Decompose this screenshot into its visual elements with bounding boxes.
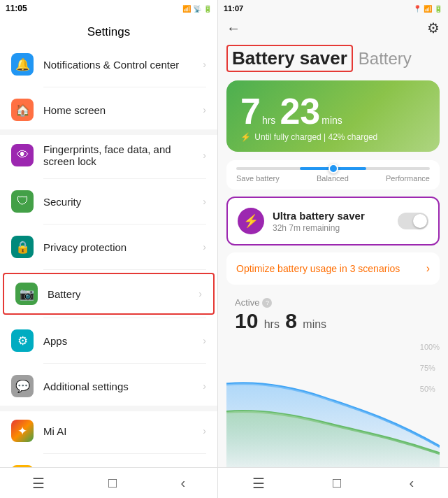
battery-icon: 📷 bbox=[15, 283, 38, 305]
fingerprints-icon: 👁 bbox=[11, 144, 34, 166]
miai-label: Mi AI bbox=[43, 425, 203, 437]
nav-menu-icon[interactable]: ☰ bbox=[32, 475, 45, 492]
settings-gear-icon[interactable]: ⚙ bbox=[427, 20, 440, 36]
chart-label-50: 50% bbox=[420, 385, 440, 393]
slider-track[interactable] bbox=[236, 167, 430, 170]
settings-item-security[interactable]: 🛡Security› bbox=[0, 182, 217, 221]
battery-saver-title[interactable]: Battery saver bbox=[226, 45, 353, 72]
settings-title: Settings bbox=[0, 17, 217, 45]
signal-icon: 📶 bbox=[182, 5, 191, 13]
fingerprints-label: Fingerprints, face data, and screen lock bbox=[43, 143, 203, 167]
battery-title[interactable]: Battery bbox=[359, 49, 412, 69]
active-mins: 8 bbox=[285, 309, 297, 332]
battery-subtitle: ⚡ Until fully charged | 42% charged bbox=[240, 132, 426, 142]
toggle-knob bbox=[413, 214, 427, 228]
settings-item-wallet[interactable]: 💳Wallet› bbox=[0, 457, 217, 467]
right-header: ← ⚙ bbox=[218, 17, 448, 42]
chart-label-75: 75% bbox=[420, 364, 440, 372]
settings-item-battery[interactable]: 📷Battery› bbox=[3, 273, 215, 315]
settings-item-additional[interactable]: 💬Additional settings› bbox=[0, 367, 217, 406]
chevron-icon: › bbox=[203, 380, 206, 392]
ultra-saver-card: ⚡ Ultra battery saver 32h 7m remaining bbox=[226, 197, 440, 246]
security-label: Security bbox=[43, 196, 203, 208]
battery-mins: 23 bbox=[280, 93, 320, 129]
battery-hours: 7 bbox=[240, 93, 261, 129]
active-section: Active ? 10 hrs 8 mins bbox=[218, 292, 448, 337]
info-icon: ? bbox=[262, 298, 272, 308]
time-right: 11:07 bbox=[224, 4, 243, 13]
privacy-label: Privacy protection bbox=[43, 241, 203, 253]
nav-bar-left: ☰ □ ‹ bbox=[0, 467, 217, 498]
ultra-saver-title: Ultra battery saver bbox=[273, 210, 398, 222]
slider-labels: Save battery Balanced Performance bbox=[236, 174, 430, 183]
settings-item-notifications[interactable]: 🔔Notifications & Control center› bbox=[0, 45, 217, 84]
settings-item-apps[interactable]: ⚙Apps› bbox=[0, 321, 217, 360]
back-button[interactable]: ← bbox=[226, 20, 240, 36]
chart-label-100: 100% bbox=[420, 343, 440, 351]
slider-thumb[interactable] bbox=[328, 164, 338, 173]
label-performance: Performance bbox=[386, 174, 430, 183]
additional-icon: 💬 bbox=[11, 375, 34, 397]
battery-icon-left: 🔋 bbox=[203, 5, 212, 13]
nav-back-icon-right[interactable]: ‹ bbox=[410, 475, 414, 491]
settings-item-privacy[interactable]: 🔒Privacy protection› bbox=[0, 227, 217, 266]
battery-card: 7 hrs 23 mins ⚡ Until fully charged | 42… bbox=[226, 80, 440, 152]
wallet-icon: 💳 bbox=[11, 465, 34, 467]
nav-menu-icon-right[interactable]: ☰ bbox=[252, 475, 265, 492]
active-time: 10 hrs 8 mins bbox=[235, 309, 431, 333]
ultra-icon: ⚡ bbox=[238, 208, 264, 234]
mode-slider[interactable]: Save battery Balanced Performance bbox=[226, 160, 440, 190]
status-bar-right: 11:07 📍 📶 🔋 bbox=[218, 0, 448, 17]
settings-item-fingerprints[interactable]: 👁Fingerprints, face data, and screen loc… bbox=[0, 135, 217, 176]
chart-labels: 100% 75% 50% bbox=[420, 343, 440, 393]
nav-bar-right: ☰ □ ‹ bbox=[218, 467, 448, 498]
settings-item-homescreen[interactable]: 🏠Home screen› bbox=[0, 90, 217, 129]
battery-chart-svg bbox=[226, 343, 440, 467]
apps-label: Apps bbox=[43, 335, 203, 347]
chevron-icon: › bbox=[203, 59, 206, 70]
status-bar-left: 11:05 📶 📡 🔋 bbox=[0, 0, 217, 17]
chevron-icon: › bbox=[203, 196, 206, 207]
privacy-icon: 🔒 bbox=[11, 236, 34, 258]
status-icons-left: 📶 📡 🔋 bbox=[182, 5, 212, 13]
homescreen-label: Home screen bbox=[43, 104, 203, 116]
wifi-icon-right: 📶 bbox=[424, 5, 432, 13]
chevron-icon: › bbox=[203, 335, 206, 346]
chevron-icon: › bbox=[203, 104, 206, 115]
chevron-icon: › bbox=[203, 425, 206, 436]
label-save: Save battery bbox=[236, 174, 280, 183]
settings-list: 🔔Notifications & Control center›🏠Home sc… bbox=[0, 45, 217, 467]
location-icon: 📍 bbox=[413, 5, 421, 13]
battery-icon-right: 🔋 bbox=[434, 5, 442, 13]
miai-icon: ✦ bbox=[11, 420, 34, 442]
optimize-button[interactable]: Optimize battery usage in 3 scenarios › bbox=[226, 252, 440, 285]
hours-label: hrs bbox=[262, 115, 275, 126]
ultra-text: Ultra battery saver 32h 7m remaining bbox=[273, 210, 398, 233]
chevron-icon: › bbox=[203, 241, 206, 252]
mins-label: mins bbox=[321, 115, 342, 126]
right-title-row: Battery saver Battery bbox=[218, 42, 448, 80]
time-left: 11:05 bbox=[6, 3, 27, 13]
additional-label: Additional settings bbox=[43, 380, 203, 392]
nav-home-icon-right[interactable]: □ bbox=[333, 475, 341, 491]
left-panel: 11:05 📶 📡 🔋 Settings 🔔Notifications & Co… bbox=[0, 0, 218, 498]
battery-label: Battery bbox=[48, 288, 198, 300]
nav-back-icon[interactable]: ‹ bbox=[181, 475, 186, 491]
notifications-label: Notifications & Control center bbox=[43, 59, 203, 71]
right-panel: 11:07 📍 📶 🔋 ← ⚙ Battery saver Battery 7 … bbox=[218, 0, 448, 498]
chevron-icon: › bbox=[198, 288, 202, 299]
chart-area: 100% 75% 50% bbox=[226, 343, 440, 467]
ultra-saver-toggle[interactable] bbox=[398, 213, 428, 229]
notifications-icon: 🔔 bbox=[11, 53, 34, 76]
settings-item-miai[interactable]: ✦Mi AI› bbox=[0, 411, 217, 450]
optimize-chevron-icon: › bbox=[426, 262, 430, 275]
apps-icon: ⚙ bbox=[11, 329, 34, 352]
chevron-icon: › bbox=[203, 150, 206, 161]
optimize-text: Optimize battery usage in 3 scenarios bbox=[236, 263, 400, 274]
homescreen-icon: 🏠 bbox=[11, 99, 34, 121]
nav-home-icon[interactable]: □ bbox=[108, 475, 117, 491]
active-hrs-label: hrs bbox=[264, 318, 280, 330]
wifi-icon: 📡 bbox=[193, 5, 201, 13]
security-icon: 🛡 bbox=[11, 190, 34, 213]
active-hours: 10 bbox=[235, 309, 258, 332]
